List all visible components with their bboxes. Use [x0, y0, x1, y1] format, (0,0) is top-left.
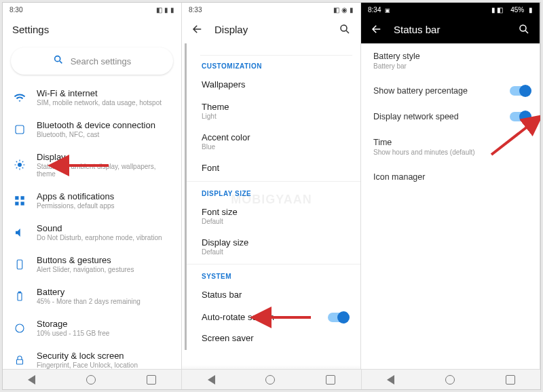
row-fontsize[interactable]: Font sizeDefault [187, 201, 360, 232]
battery-percent: 45% [510, 6, 524, 14]
status-bar: 8:33 ◧ ◉ ▮ [182, 3, 360, 15]
search-placeholder: Search settings [71, 56, 132, 66]
page-title: Settings [12, 24, 49, 35]
svg-rect-4 [15, 196, 18, 199]
row-network-speed[interactable]: Display network speed [361, 104, 540, 130]
row-statusbar[interactable]: Status bar [187, 284, 360, 307]
svg-point-11 [16, 324, 24, 332]
back-button[interactable] [371, 23, 383, 35]
row-autorotate[interactable]: Auto-rotate screen [187, 307, 360, 328]
page-header: Status bar [361, 15, 540, 43]
nav-home[interactable] [445, 375, 455, 385]
nav-back[interactable] [387, 375, 394, 385]
item-battery[interactable]: Battery45% - More than 2 days remaining [3, 280, 181, 312]
svg-point-0 [54, 56, 60, 62]
lock-icon [14, 354, 26, 366]
display-screen: 8:33 ◧ ◉ ▮ Display CUSTOMIZATION Wallpap… [182, 3, 361, 389]
status-icons: ▮ ◧ [491, 6, 504, 14]
svg-line-16 [346, 31, 349, 33]
cutoff-row [200, 43, 352, 56]
row-font[interactable]: Font [187, 157, 360, 180]
search-button[interactable] [339, 23, 351, 35]
svg-line-20 [525, 31, 528, 33]
status-time: 8:30 [10, 6, 22, 14]
search-input[interactable]: Search settings [11, 47, 173, 75]
storage-icon [14, 322, 26, 334]
item-apps[interactable]: Apps & notificationsPermissions, default… [3, 184, 181, 216]
svg-rect-5 [21, 196, 24, 199]
svg-rect-9 [18, 292, 22, 300]
svg-rect-7 [21, 201, 24, 205]
settings-screen: 8:30 ◧ ▮ ▮ Settings Search settings Wi-F… [3, 3, 182, 389]
status-icons: ◧ ◉ ▮ [333, 6, 354, 14]
item-wifi[interactable]: Wi-Fi & internetSIM, mobile network, dat… [3, 81, 181, 113]
item-bluetooth[interactable]: Bluetooth & device connectionBluetooth, … [3, 113, 181, 145]
svg-rect-10 [19, 292, 21, 293]
gestures-icon [14, 258, 26, 271]
section-display-size: DISPLAY SIZE [187, 183, 360, 201]
settings-list: Wi-Fi & internetSIM, mobile network, dat… [3, 81, 181, 389]
item-gestures[interactable]: Buttons & gesturesAlert Slider, navigati… [3, 248, 181, 280]
status-icons: ◧ ▮ ▮ [156, 6, 174, 14]
nav-home[interactable] [265, 375, 275, 385]
svg-rect-6 [15, 201, 18, 205]
nav-recent[interactable] [147, 375, 156, 385]
battery-icon [14, 290, 26, 302]
row-screensaver[interactable]: Screen saver [187, 328, 360, 350]
row-icon-manager[interactable]: Icon manager [361, 164, 540, 190]
section-system: SYSTEM [187, 266, 360, 284]
network-speed-toggle[interactable] [510, 112, 530, 121]
item-storage[interactable]: Storage10% used - 115 GB free [3, 312, 181, 344]
sound-icon [14, 227, 26, 239]
status-time: 8:33 [189, 6, 202, 14]
wifi-icon [14, 92, 26, 104]
battery-percent-toggle[interactable] [510, 86, 530, 96]
item-sound[interactable]: SoundDo Not Disturb, earphone mode, vibr… [3, 216, 181, 248]
row-battery-percent[interactable]: Show battery percentage [361, 78, 540, 104]
search-button[interactable] [518, 23, 530, 35]
nav-back[interactable] [28, 375, 35, 385]
svg-point-3 [18, 163, 22, 167]
back-button[interactable] [191, 23, 204, 35]
page-title: Status bar [394, 24, 440, 35]
svg-line-1 [60, 61, 62, 63]
svg-point-19 [520, 25, 526, 31]
statusbar-screen: 8:34 ▣ ▮ ◧ 45% ▮ Status bar Battery styl… [361, 3, 540, 389]
status-bar: 8:30 ◧ ▮ ▮ [3, 3, 181, 15]
row-battery-style[interactable]: Battery styleBattery bar [361, 43, 540, 78]
row-time[interactable]: TimeShow hours and minutes (default) [361, 130, 540, 164]
status-bar: 8:34 ▣ ▮ ◧ 45% ▮ [361, 3, 540, 15]
svg-rect-8 [17, 260, 22, 269]
navigation-bar [3, 369, 540, 389]
section-customization: CUSTOMIZATION [187, 56, 360, 74]
apps-icon [14, 195, 26, 207]
search-icon [53, 54, 64, 68]
row-theme[interactable]: ThemeLight [187, 96, 360, 127]
autorotate-toggle[interactable] [328, 313, 348, 322]
display-icon [14, 159, 26, 171]
row-accent[interactable]: Accent colorBlue [187, 127, 360, 157]
row-displaysize[interactable]: Display sizeDefault [187, 232, 360, 262]
row-wallpapers[interactable]: Wallpapers [187, 74, 360, 96]
bluetooth-icon [14, 123, 26, 136]
nav-recent[interactable] [506, 375, 515, 385]
page-title: Display [214, 24, 248, 35]
nav-home[interactable] [86, 375, 96, 385]
svg-rect-12 [17, 359, 23, 364]
item-display[interactable]: DisplayStatus bar, ambient display, wall… [3, 145, 181, 184]
svg-point-15 [341, 25, 347, 31]
nav-back[interactable] [208, 375, 215, 385]
page-header: Display [182, 15, 360, 43]
nav-recent[interactable] [326, 375, 335, 385]
svg-rect-2 [16, 125, 24, 134]
status-time: 8:34 [368, 6, 381, 14]
page-header: Settings [3, 15, 181, 43]
